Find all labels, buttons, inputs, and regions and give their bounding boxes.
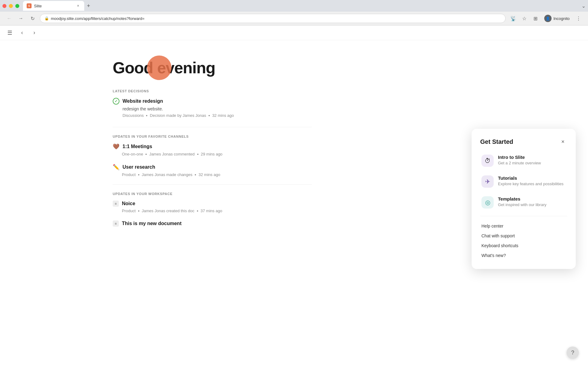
panel-divider [480,216,567,216]
tabs-chevron[interactable]: ⌄ [582,3,586,9]
cast-icon[interactable]: 📡 [509,14,518,23]
workspace-title-text-2: This is my new document [122,221,182,226]
decision-meta2: Decision made by James Jonas [150,113,206,118]
channel-meta2: James Jonas commented [149,152,194,156]
meta-separator-4 [195,174,196,175]
greeting-heading: Good evening [113,59,588,77]
panel-title: Get Started [480,138,513,145]
tutorials-item-title: Tutorials [498,175,564,181]
forward-button[interactable]: → [17,14,25,23]
keyboard-shortcuts-link[interactable]: Keyboard shortcuts [480,241,567,251]
decorative-circle [147,56,172,80]
more-options-icon[interactable]: ⋮ [574,14,583,23]
channel-time-2: 32 mins ago [198,172,220,177]
incognito-profile[interactable]: 👤 Incognito [542,14,572,23]
bookmark-icon[interactable]: ☆ [520,14,529,23]
forward-nav-button[interactable]: › [29,28,39,38]
decision-card[interactable]: ✓ Website redesign redesign the website.… [113,98,588,118]
channel-meta2-2: James Jonas made changes [142,172,192,177]
address-input[interactable]: 🔒 moodjoy.slite.com/app/filters/catchup/… [40,14,506,23]
decision-meta1: Discussions [123,113,144,118]
tab-bar: S Slite × + ⌄ [0,0,588,12]
templates-item-desc: Get inspired with our library [498,202,546,207]
workspace-meta2: James Jonas created this doc [142,209,194,213]
channel-emoji: 🤎 [113,143,119,150]
meta-separator-2 [197,154,198,155]
whats-new-link[interactable]: What's new? [480,251,567,260]
latest-decisions-section: LATEST DECISIONS ✓ Website redesign rede… [113,89,588,118]
app-toolbar: ☰ ‹ › [0,25,588,40]
pencil-icon: ✏️ [113,164,119,171]
section-divider-2 [113,184,312,185]
decision-title-text: Website redesign [123,98,163,104]
meta-separator-3 [138,174,139,175]
workspace-meta1: Product [122,209,136,213]
decision-meta: Discussions Decision made by James Jonas… [123,113,588,118]
tutorials-icon: ✈ [481,175,494,188]
latest-decisions-label: LATEST DECISIONS [113,89,588,93]
panel-header: Get Started × [480,137,567,146]
tab-close-button[interactable]: × [76,3,81,8]
window-controls [2,4,19,8]
meta-separator-6 [197,210,198,212]
reload-button[interactable]: ↻ [28,14,37,23]
intro-item-text: Intro to Slite Get a 2 minute overview [498,155,541,165]
templates-icon: ◎ [481,196,494,209]
doc-icon-2: ≡ [113,220,119,227]
meta-separator-5 [138,210,139,212]
meta-separator-2 [209,115,210,116]
close-window-dot[interactable] [2,4,6,8]
panel-item-intro[interactable]: ⏱ Intro to Slite Get a 2 minute overview [480,153,567,168]
profile-icon[interactable]: ⊞ [531,14,540,23]
workspace-time: 37 mins ago [201,209,222,213]
intro-icon: ⏱ [481,155,494,167]
incognito-label: Incognito [553,16,570,21]
browser-chrome: S Slite × + ⌄ ← → ↻ 🔒 moodjoy.slite.com/… [0,0,588,25]
decision-time: 32 mins ago [212,113,234,118]
decision-check-icon: ✓ [113,98,119,105]
minimize-window-dot[interactable] [9,4,13,8]
back-nav-button[interactable]: ‹ [17,28,27,38]
chat-support-link[interactable]: Chat with support [480,231,567,241]
tutorials-item-text: Tutorials Explore key features and possi… [498,175,564,186]
lock-icon: 🔒 [44,16,49,21]
templates-item-text: Templates Get inspired with our library [498,196,546,207]
channel-time: 29 mins ago [201,152,223,156]
new-tab-button[interactable]: + [84,2,93,10]
intro-item-title: Intro to Slite [498,155,541,160]
channel-title-text: 1:1 Meetings [123,144,152,149]
channel-title-text-2: User research [123,164,155,170]
tutorials-item-desc: Explore key features and possibilities [498,182,564,186]
active-tab[interactable]: S Slite × [23,1,84,11]
decision-description: redesign the website. [123,106,588,111]
channel-meta1-2: Product [122,172,136,177]
url-text: moodjoy.slite.com/app/filters/catchup/no… [51,16,145,21]
panel-item-templates[interactable]: ◎ Templates Get inspired with our librar… [480,195,567,210]
templates-item-title: Templates [498,196,546,201]
maximize-window-dot[interactable] [15,4,19,8]
workspace-title-text: Noice [122,201,135,206]
section-divider-1 [113,127,312,127]
panel-close-button[interactable]: × [559,137,567,146]
meta-separator [145,154,147,155]
tab-title: Slite [34,4,42,8]
browser-toolbar-icons: 📡 ☆ ⊞ 👤 Incognito ⋮ [509,14,583,23]
panel-item-tutorials[interactable]: ✈ Tutorials Explore key features and pos… [480,174,567,189]
meta-separator [146,115,147,116]
profile-avatar: 👤 [544,15,552,22]
back-button[interactable]: ← [5,14,13,23]
channel-meta1: One-on-one [122,152,143,156]
tab-favicon: S [27,3,32,8]
help-button[interactable]: ? [567,347,579,359]
doc-icon: ≡ [113,201,119,207]
decision-title: ✓ Website redesign [113,98,588,105]
address-bar: ← → ↻ 🔒 moodjoy.slite.com/app/filters/ca… [0,12,588,25]
intro-item-desc: Get a 2 minute overview [498,161,541,165]
sidebar-toggle-button[interactable]: ☰ [5,28,15,38]
get-started-panel: Get Started × ⏱ Intro to Slite Get a 2 m… [472,129,576,269]
help-center-link[interactable]: Help center [480,221,567,231]
